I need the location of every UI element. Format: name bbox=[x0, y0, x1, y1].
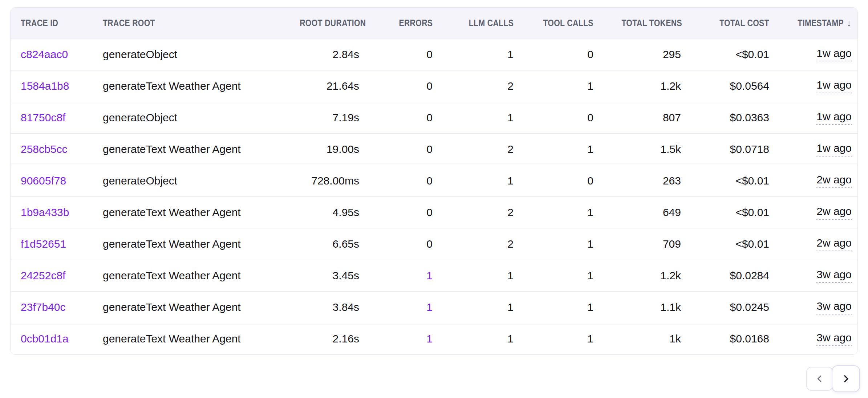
root-duration-value: 728.00ms bbox=[311, 175, 359, 187]
column-header-timestamp[interactable]: TIMESTAMP↓ bbox=[778, 8, 858, 38]
total-cost-value: <$0.01 bbox=[735, 206, 769, 218]
cell-errors: 0 bbox=[368, 70, 441, 102]
cell-errors: 0 bbox=[368, 165, 441, 196]
next-page-button[interactable] bbox=[832, 365, 860, 392]
total-tokens-value: 807 bbox=[663, 111, 681, 123]
trace-id-link[interactable]: 81750c8f bbox=[21, 111, 65, 123]
table-row[interactable]: 90605f78generateObject728.00ms010263<$0.… bbox=[11, 165, 858, 196]
root-duration-value: 2.16s bbox=[333, 333, 359, 345]
cell-llm_calls: 1 bbox=[441, 38, 522, 70]
cell-trace_id: 24252c8f bbox=[11, 260, 94, 291]
traces-table-grid: TRACE IDTRACE ROOTROOT DURATIONERRORSLLM… bbox=[11, 8, 858, 354]
llm-calls-value: 1 bbox=[507, 48, 514, 60]
table-row[interactable]: 24252c8fgenerateText Weather Agent3.45s1… bbox=[11, 260, 858, 291]
trace-id-link[interactable]: f1d52651 bbox=[21, 238, 66, 250]
column-header-label: TRACE ROOT bbox=[103, 18, 155, 28]
cell-tool_calls: 1 bbox=[522, 133, 602, 165]
trace-root-value: generateText Weather Agent bbox=[103, 333, 241, 345]
column-header-root_duration[interactable]: ROOT DURATION bbox=[279, 8, 368, 38]
llm-calls-value: 1 bbox=[507, 333, 514, 345]
trace-id-link[interactable]: 1584a1b8 bbox=[21, 80, 69, 92]
table-row[interactable]: f1d52651generateText Weather Agent6.65s0… bbox=[11, 228, 858, 260]
timestamp-value: 3w ago bbox=[816, 300, 852, 314]
root-duration-value: 3.45s bbox=[333, 269, 359, 281]
column-header-trace_id[interactable]: TRACE ID bbox=[11, 8, 94, 38]
trace-id-link[interactable]: 24252c8f bbox=[21, 269, 65, 281]
cell-timestamp: 2w ago bbox=[778, 196, 858, 228]
cell-root_duration: 4.95s bbox=[279, 196, 368, 228]
cell-llm_calls: 2 bbox=[441, 70, 522, 102]
root-duration-value: 3.84s bbox=[333, 301, 359, 313]
errors-value: 1 bbox=[426, 333, 433, 345]
cell-trace_id: 258cb5cc bbox=[11, 133, 94, 165]
total-cost-value: <$0.01 bbox=[735, 238, 769, 250]
cell-trace_id: 23f7b40c bbox=[11, 291, 94, 323]
cell-total_tokens: 807 bbox=[602, 102, 690, 133]
cell-total_tokens: 1.2k bbox=[602, 70, 690, 102]
trace-root-value: generateObject bbox=[103, 48, 177, 60]
cell-total_tokens: 263 bbox=[602, 165, 690, 196]
cell-timestamp: 3w ago bbox=[778, 291, 858, 323]
cell-trace_id: f1d52651 bbox=[11, 228, 94, 260]
trace-root-value: generateObject bbox=[103, 111, 177, 123]
cell-total_cost: <$0.01 bbox=[690, 228, 778, 260]
column-header-trace_root[interactable]: TRACE ROOT bbox=[94, 8, 279, 38]
cell-tool_calls: 0 bbox=[522, 38, 602, 70]
column-header-llm_calls[interactable]: LLM CALLS bbox=[441, 8, 522, 38]
column-header-label: TOOL CALLS bbox=[543, 18, 593, 28]
trace-root-value: generateText Weather Agent bbox=[103, 206, 241, 218]
table-row[interactable]: 1584a1b8generateText Weather Agent21.64s… bbox=[11, 70, 858, 102]
timestamp-value: 2w ago bbox=[816, 237, 852, 251]
cell-tool_calls: 1 bbox=[522, 70, 602, 102]
column-header-errors[interactable]: ERRORS bbox=[368, 8, 441, 38]
errors-value: 0 bbox=[426, 80, 433, 92]
cell-total_cost: $0.0168 bbox=[690, 323, 778, 354]
cell-tool_calls: 0 bbox=[522, 165, 602, 196]
tool-calls-value: 0 bbox=[587, 48, 593, 60]
sort-desc-icon: ↓ bbox=[847, 17, 852, 29]
trace-id-link[interactable]: 0cb01d1a bbox=[21, 333, 69, 345]
cell-root_duration: 7.19s bbox=[279, 102, 368, 133]
table-row[interactable]: 81750c8fgenerateObject7.19s010807$0.0363… bbox=[11, 102, 858, 133]
timestamp-value: 3w ago bbox=[816, 268, 852, 283]
cell-tool_calls: 1 bbox=[522, 323, 602, 354]
timestamp-value: 1w ago bbox=[816, 47, 852, 62]
table-row[interactable]: 23f7b40cgenerateText Weather Agent3.84s1… bbox=[11, 291, 858, 323]
column-header-total_tokens[interactable]: TOTAL TOKENS bbox=[602, 8, 690, 38]
table-row[interactable]: 258cb5ccgenerateText Weather Agent19.00s… bbox=[11, 133, 858, 165]
timestamp-value: 1w ago bbox=[816, 142, 852, 157]
trace-id-link[interactable]: 1b9a433b bbox=[21, 206, 69, 218]
cell-total_tokens: 709 bbox=[602, 228, 690, 260]
column-header-tool_calls[interactable]: TOOL CALLS bbox=[522, 8, 602, 38]
timestamp-value: 2w ago bbox=[816, 174, 852, 188]
cell-errors: 1 bbox=[368, 260, 441, 291]
table-row[interactable]: 1b9a433bgenerateText Weather Agent4.95s0… bbox=[11, 196, 858, 228]
cell-trace_root: generateText Weather Agent bbox=[94, 133, 279, 165]
table-row[interactable]: c824aac0generateObject2.84s010295<$0.011… bbox=[11, 38, 858, 70]
cell-trace_id: 0cb01d1a bbox=[11, 323, 94, 354]
cell-trace_id: 1584a1b8 bbox=[11, 70, 94, 102]
total-tokens-value: 649 bbox=[663, 206, 681, 218]
errors-value: 1 bbox=[426, 269, 433, 281]
cell-tool_calls: 1 bbox=[522, 228, 602, 260]
cell-errors: 0 bbox=[368, 102, 441, 133]
cell-trace_root: generateText Weather Agent bbox=[94, 291, 279, 323]
cell-timestamp: 1w ago bbox=[778, 133, 858, 165]
cell-timestamp: 1w ago bbox=[778, 70, 858, 102]
cell-trace_id: 81750c8f bbox=[11, 102, 94, 133]
trace-root-value: generateText Weather Agent bbox=[103, 269, 241, 281]
total-tokens-value: 1.2k bbox=[660, 80, 681, 92]
table-row[interactable]: 0cb01d1agenerateText Weather Agent2.16s1… bbox=[11, 323, 858, 354]
trace-id-link[interactable]: 23f7b40c bbox=[21, 301, 65, 313]
trace-id-link[interactable]: 90605f78 bbox=[21, 175, 66, 187]
trace-id-link[interactable]: 258cb5cc bbox=[21, 143, 67, 155]
trace-root-value: generateText Weather Agent bbox=[103, 301, 241, 313]
trace-id-link[interactable]: c824aac0 bbox=[21, 48, 68, 60]
cell-timestamp: 3w ago bbox=[778, 260, 858, 291]
prev-page-button[interactable] bbox=[806, 367, 833, 391]
errors-value: 0 bbox=[426, 238, 433, 250]
tool-calls-value: 1 bbox=[587, 143, 593, 155]
llm-calls-value: 2 bbox=[507, 80, 514, 92]
cell-errors: 0 bbox=[368, 133, 441, 165]
column-header-total_cost[interactable]: TOTAL COST bbox=[690, 8, 778, 38]
